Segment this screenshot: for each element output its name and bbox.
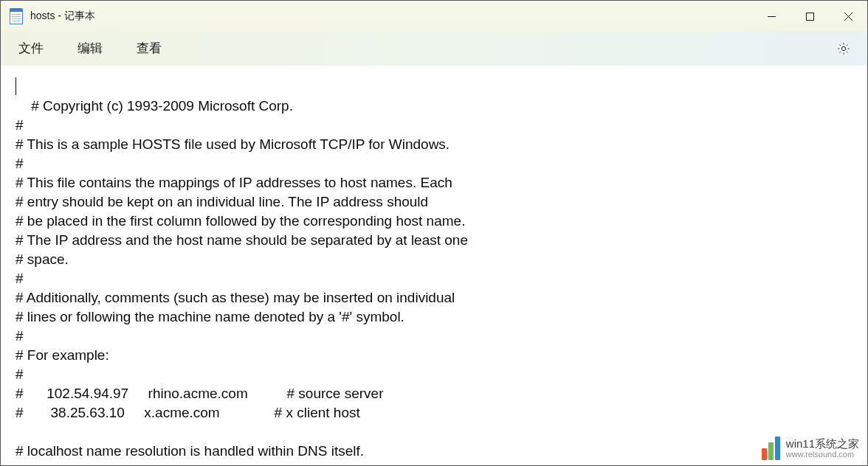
- maximize-icon: [806, 13, 814, 21]
- gear-icon: [836, 41, 851, 56]
- notepad-window: hosts - 记事本 文件 编辑 查看: [0, 0, 868, 466]
- close-icon: [844, 13, 852, 21]
- svg-point-4: [841, 46, 845, 50]
- maximize-button[interactable]: [790, 1, 829, 32]
- menubar: 文件 编辑 查看: [1, 32, 867, 66]
- text-editor[interactable]: # Copyright (c) 1993-2009 Microsoft Corp…: [1, 66, 867, 465]
- notepad-icon: [10, 8, 23, 24]
- window-title: hosts - 记事本: [30, 10, 95, 23]
- titlebar-left: hosts - 记事本: [10, 8, 95, 24]
- minimize-icon: [768, 13, 776, 21]
- close-button[interactable]: [829, 1, 867, 32]
- titlebar[interactable]: hosts - 记事本: [1, 1, 867, 32]
- window-controls: [752, 1, 867, 32]
- menu-edit[interactable]: 编辑: [73, 37, 107, 60]
- file-content: # Copyright (c) 1993-2009 Microsoft Corp…: [16, 98, 468, 465]
- menu-view[interactable]: 查看: [132, 37, 166, 60]
- text-caret: [16, 77, 16, 95]
- menu-file[interactable]: 文件: [14, 37, 48, 60]
- svg-rect-1: [806, 13, 813, 20]
- settings-button[interactable]: [833, 38, 854, 59]
- minimize-button[interactable]: [752, 1, 790, 32]
